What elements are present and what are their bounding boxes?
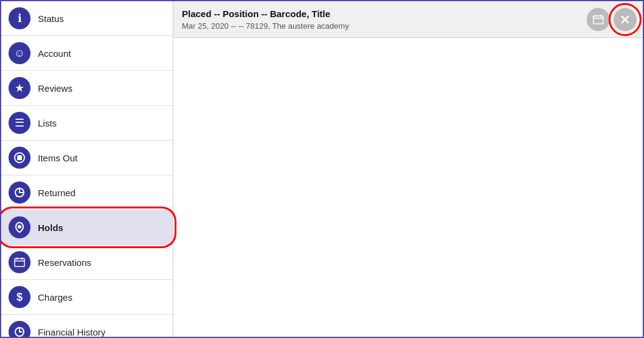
sidebar-item-label: Lists (38, 118, 57, 128)
cancel-hold-button[interactable] (613, 8, 637, 31)
sidebar-item-label: Holds (38, 222, 63, 233)
sidebar-item-label: Items Out (38, 153, 78, 163)
hold-column-header: Placed -- Position -- Barcode, Title (182, 9, 572, 19)
sidebar-item-label: Status (38, 13, 64, 24)
sidebar: ℹ Status ☺ Account ★ Reviews ☰ Lists I (1, 1, 173, 337)
content-area (173, 38, 643, 337)
hold-info: Placed -- Position -- Barcode, Title Mar… (173, 1, 581, 37)
sidebar-item-status[interactable]: ℹ Status (1, 1, 173, 36)
svg-rect-1 (17, 155, 22, 160)
sidebar-item-reservations[interactable]: Reservations (1, 245, 173, 280)
sidebar-item-financial-history[interactable]: Financial History (1, 315, 173, 338)
svg-rect-9 (593, 16, 603, 24)
sidebar-item-label: Financial History (38, 327, 106, 337)
cancel-hold-wrapper (613, 8, 637, 31)
holds-icon (9, 216, 31, 238)
sidebar-item-label: Account (38, 48, 71, 59)
suspend-hold-button[interactable] (587, 8, 610, 31)
sidebar-item-label: Charges (38, 292, 73, 303)
sidebar-item-returned[interactable]: Returned (1, 175, 173, 210)
svg-point-3 (18, 225, 21, 229)
account-icon: ☺ (9, 42, 31, 64)
sidebar-item-reviews[interactable]: ★ Reviews (1, 71, 173, 106)
sidebar-item-lists[interactable]: ☰ Lists (1, 106, 173, 141)
hold-actions (581, 1, 643, 37)
sidebar-item-label: Reviews (38, 83, 73, 94)
sidebar-item-holds[interactable]: Holds (1, 210, 173, 245)
returned-icon (9, 182, 31, 204)
hold-detail: Mar 25, 2020 -- -- 78129, The austere ac… (182, 21, 572, 31)
sidebar-item-label: Reservations (38, 257, 92, 268)
reviews-icon: ★ (9, 77, 31, 99)
charges-icon: $ (9, 286, 31, 308)
sidebar-item-label: Returned (38, 188, 76, 198)
main-content: Placed -- Position -- Barcode, Title Mar… (173, 1, 643, 337)
hold-row: Placed -- Position -- Barcode, Title Mar… (173, 1, 643, 38)
sidebar-item-items-out[interactable]: Items Out (1, 141, 173, 175)
items-out-icon (9, 147, 31, 169)
sidebar-item-charges[interactable]: $ Charges (1, 280, 173, 315)
sidebar-item-account[interactable]: ☺ Account (1, 36, 173, 71)
financial-history-icon (9, 321, 31, 338)
status-icon: ℹ (9, 7, 31, 29)
reservations-icon (9, 251, 31, 273)
svg-rect-4 (15, 259, 24, 266)
lists-icon: ☰ (9, 112, 31, 134)
